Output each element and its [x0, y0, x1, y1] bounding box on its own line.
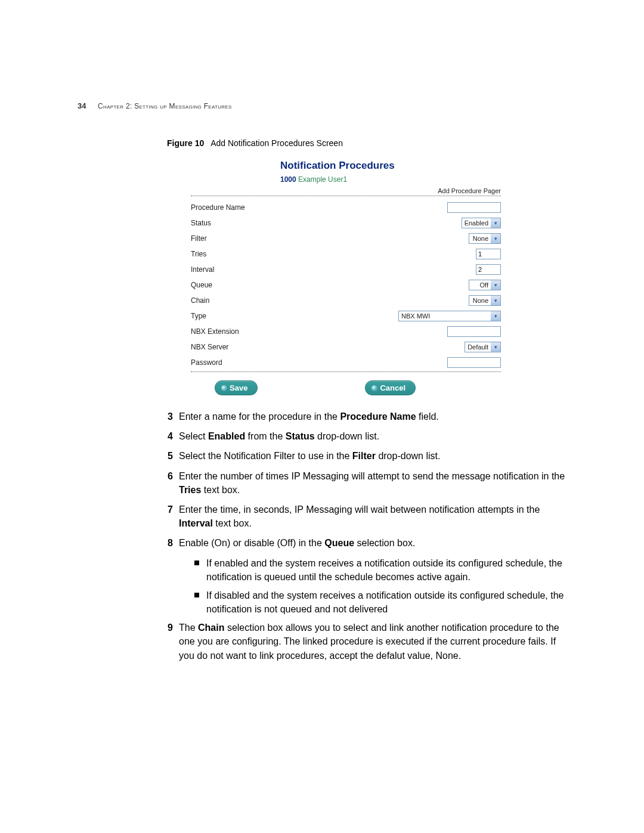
password-input[interactable] [447, 357, 501, 368]
interval-input[interactable] [476, 264, 501, 275]
list-item: 3 Enter a name for the procedure in the … [78, 410, 566, 423]
figure-caption: Figure 10 Add Notification Procedures Sc… [167, 138, 566, 148]
status-select-value: Enabled [462, 218, 491, 228]
step-number: 8 [78, 536, 179, 550]
queue-select-value: Off [469, 280, 491, 290]
list-item: 7 Enter the time, in seconds, IP Messagi… [78, 503, 566, 530]
step-number: 6 [78, 469, 179, 497]
label-type: Type [191, 312, 206, 320]
button-bar: Save Cancel [215, 380, 501, 395]
label-password: Password [191, 358, 222, 367]
chapter-title: Chapter 2: Setting up Messaging Features [98, 102, 232, 110]
row-filter: Filter None ▾ [191, 232, 501, 245]
label-nbx-extension: NBX Extension [191, 327, 239, 336]
save-button[interactable]: Save [215, 380, 258, 395]
nbx-server-select[interactable]: Default ▾ [465, 342, 501, 352]
document-page: 34 Chapter 2: Setting up Messaging Featu… [0, 0, 644, 833]
label-interval: Interval [191, 265, 214, 274]
label-tries: Tries [191, 250, 206, 258]
label-status: Status [191, 219, 211, 227]
step-text: Enable (On) or disable (Off) in the Queu… [179, 536, 566, 550]
sub-bullet: If disabled and the system receives a no… [194, 589, 566, 616]
label-chain: Chain [191, 296, 209, 305]
figure-caption-text: Add Notification Procedures Screen [210, 138, 343, 148]
label-procedure-name: Procedure Name [191, 203, 245, 212]
step-number: 4 [78, 429, 179, 443]
row-type: Type NBX MWI ▾ [191, 309, 501, 323]
chevron-down-icon: ▾ [491, 280, 500, 290]
label-filter: Filter [191, 234, 207, 243]
step-text: Enter a name for the procedure in the Pr… [179, 410, 566, 423]
chevron-down-icon: ▾ [491, 234, 500, 243]
label-nbx-server: NBX Server [191, 343, 228, 351]
bullet-icon [221, 385, 227, 391]
figure-screenshot: Notification Procedures 1000 Example Use… [191, 160, 501, 395]
sub-bullet: If enabled and the system receives a not… [194, 556, 566, 584]
divider [191, 371, 501, 372]
step-number: 9 [78, 621, 179, 662]
page-number: 34 [78, 101, 86, 110]
cancel-button-label: Cancel [380, 383, 405, 392]
user-name-link[interactable]: Example User1 [298, 175, 347, 184]
user-extension: 1000 [280, 175, 296, 184]
row-nbx-extension: NBX Extension [191, 325, 501, 338]
chevron-down-icon: ▾ [491, 311, 500, 321]
step-number: 3 [78, 410, 179, 423]
row-nbx-server: NBX Server Default ▾ [191, 340, 501, 354]
list-item: 5 Select the Notification Filter to use … [78, 449, 566, 463]
step-list: 3 Enter a name for the procedure in the … [78, 410, 566, 662]
square-bullet-icon [194, 561, 199, 565]
chevron-down-icon: ▾ [491, 296, 500, 305]
step-number: 5 [78, 449, 179, 463]
procedure-name-input[interactable] [447, 202, 501, 213]
row-tries: Tries [191, 247, 501, 261]
filter-select[interactable]: None ▾ [469, 233, 501, 244]
chevron-down-icon: ▾ [491, 218, 500, 228]
row-interval: Interval [191, 263, 501, 276]
bullet-icon [371, 385, 377, 391]
tries-input[interactable] [476, 249, 501, 259]
row-password: Password [191, 356, 501, 369]
square-bullet-icon [194, 593, 199, 597]
label-queue: Queue [191, 281, 212, 289]
nbx-server-select-value: Default [465, 342, 491, 352]
user-line: 1000 Example User1 [280, 175, 501, 184]
save-button-label: Save [230, 383, 247, 392]
step-text: The Chain selection box allows you to se… [179, 621, 566, 662]
step-text: Select Enabled from the Status drop-down… [179, 429, 566, 443]
step-text: Enter the time, in seconds, IP Messaging… [179, 503, 566, 530]
panel-title: Notification Procedures [280, 160, 501, 172]
filter-select-value: None [469, 234, 491, 243]
divider [191, 196, 501, 196]
chain-select[interactable]: None ▾ [469, 295, 501, 306]
list-item: 4 Select Enabled from the Status drop-do… [78, 429, 566, 443]
step-text: Select the Notification Filter to use in… [179, 449, 566, 463]
status-select[interactable]: Enabled ▾ [462, 218, 501, 228]
list-item: 6 Enter the number of times IP Messaging… [78, 469, 566, 497]
list-item: 9 The Chain selection box allows you to … [78, 621, 566, 662]
chevron-down-icon: ▾ [491, 342, 500, 352]
chain-select-value: None [469, 296, 491, 305]
queue-select[interactable]: Off ▾ [469, 280, 501, 290]
nbx-extension-input[interactable] [447, 326, 501, 337]
sub-bullet-text: If enabled and the system receives a not… [206, 556, 566, 584]
row-queue: Queue Off ▾ [191, 278, 501, 292]
row-procedure-name: Procedure Name [191, 201, 501, 214]
list-item: 8 Enable (On) or disable (Off) in the Qu… [78, 536, 566, 550]
type-select[interactable]: NBX MWI ▾ [398, 311, 501, 321]
step-number: 7 [78, 503, 179, 530]
step-text: Enter the number of times IP Messaging w… [179, 469, 566, 497]
add-procedure-link[interactable]: Add Procedure Pager [191, 187, 501, 194]
row-status: Status Enabled ▾ [191, 216, 501, 230]
cancel-button[interactable]: Cancel [365, 380, 416, 395]
sub-bullet-text: If disabled and the system receives a no… [206, 589, 566, 616]
type-select-value: NBX MWI [399, 311, 491, 321]
running-header: 34 Chapter 2: Setting up Messaging Featu… [78, 101, 232, 110]
row-chain: Chain None ▾ [191, 294, 501, 307]
figure-label: Figure 10 [167, 138, 204, 148]
